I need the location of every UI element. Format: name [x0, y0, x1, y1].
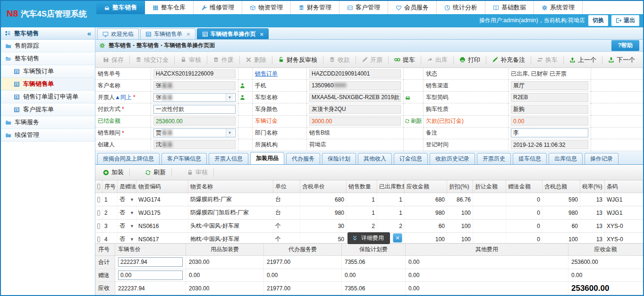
nav-tab-system[interactable]: 系统管理 [534, 1, 583, 14]
sidebar-collapse-button[interactable]: « [87, 29, 91, 37]
model-code-field[interactable]: R2EB [511, 93, 588, 102]
tab-payment-history[interactable]: 收款历史记录 [430, 153, 475, 164]
vehicle-price-total-input[interactable]: 222237.94 [118, 257, 183, 267]
model-name-field[interactable]: MXAA54L-SNXGBC-R2EB 2019款 ( [309, 93, 401, 102]
creator-field[interactable]: 沈某某 [153, 140, 236, 149]
refresh-deposit-button[interactable]: 刷新 [405, 117, 422, 125]
sidebar-item-order-cancel-request[interactable]: 销售订单退订申请单 [1, 91, 95, 103]
sale-order-field[interactable]: HAZCDD20190914001 [309, 69, 401, 78]
sidebar-item-renewal-mgmt[interactable]: 续保管理 [1, 129, 95, 142]
plus-circle-icon [103, 169, 109, 176]
doc-tab-sale-order-page[interactable]: 车辆销售单操作页× [197, 28, 269, 39]
sidebar-item-customer-pickup[interactable]: 客户提车单 [1, 103, 95, 116]
settled-amount-field[interactable]: 253600.00 [153, 117, 236, 126]
nav-tab-vehicle-sales[interactable]: 整车销售 [96, 1, 145, 14]
print-button[interactable]: 打印 [455, 53, 485, 67]
nav-tab-base-data[interactable]: 基础数据 [485, 1, 534, 14]
sidebar-item-presale-tracking[interactable]: 售前跟踪 [1, 40, 95, 52]
chevron-down-icon[interactable]: ▼ [226, 93, 233, 101]
table-row[interactable]: 2 否▼ WJG175 防爆膜四门加后档-厂家 台 980 1 1 980 10… [95, 206, 643, 220]
close-icon[interactable]: × [260, 31, 264, 37]
next-record-button[interactable]: 下一个 [603, 53, 640, 67]
add-accessory-button[interactable]: 加装 [98, 166, 128, 179]
arrears-field[interactable]: 0.00 [511, 117, 588, 126]
chevron-down-icon[interactable]: ▼ [130, 237, 134, 242]
nav-tab-membership[interactable]: 会员服务 [388, 1, 437, 14]
nav-tab-statistics[interactable]: 统计分析 [437, 1, 485, 14]
pickup-button[interactable]: 提车 [390, 53, 420, 67]
vehicle-price-gift-input[interactable]: 0.00 [118, 271, 183, 280]
tab-agency-services[interactable]: 代办服务 [286, 153, 320, 164]
logout-button[interactable]: 退出 [611, 15, 639, 26]
add-remark-button[interactable]: 补充备注 [487, 53, 530, 67]
table-row[interactable]: 1 否▼ WJG174 防爆膜前档-厂家 台 680 1 1 680 86.76… [95, 193, 643, 206]
person-lookup-icon[interactable] [239, 83, 246, 89]
sidebar-item-vehicle-service[interactable]: 车辆服务 [1, 116, 95, 129]
remark-field[interactable]: 李 [511, 128, 588, 137]
tab-invoicee-info[interactable]: 开票人信息 [209, 153, 248, 164]
finance-unaudit-button[interactable]: 财务反审核 [273, 53, 322, 67]
logo-n8: N8 [7, 8, 18, 18]
invoicee-select[interactable]: 张某某▼ [153, 93, 236, 102]
customer-name-field[interactable]: 张某某 [153, 81, 236, 90]
reg-time-field[interactable]: 2019-12-26 11:06:32 [511, 140, 588, 149]
sales-channel-field[interactable]: 展厅 [511, 81, 588, 90]
chevron-down-icon[interactable]: ▼ [226, 129, 233, 137]
tab-outbound-info[interactable]: 出库信息 [549, 153, 583, 164]
car-lookup-icon[interactable] [405, 94, 411, 101]
close-icon[interactable]: × [186, 31, 190, 37]
tab-invoice-history[interactable]: 开票历史 [477, 153, 511, 164]
nav-tab-finance[interactable]: 财务管理 [291, 1, 339, 14]
tab-operation-log[interactable]: 操作记录 [585, 153, 619, 164]
chevron-down-icon[interactable]: ▼ [130, 211, 134, 215]
tab-insurance-plan[interactable]: 保险计划 [322, 153, 356, 164]
sidebar-item-vehicle-preorder[interactable]: 车辆预订单 [1, 65, 95, 78]
chevron-down-icon[interactable]: ▼ [130, 197, 134, 202]
same-as-above-link[interactable]: ▲同上 [115, 93, 132, 101]
help-button[interactable]: ?帮助 [611, 40, 639, 51]
grid-refresh-button[interactable]: 刷新 [140, 166, 170, 179]
tab-other-income[interactable]: 其他收入 [358, 153, 392, 164]
nav-tab-vehicle-warehouse[interactable]: 整车仓库 [145, 1, 194, 14]
tab-addon-accessories[interactable]: 加装用品 [250, 152, 284, 164]
row-checkbox[interactable] [97, 223, 100, 229]
sidebar: 整车销售 « 售前跟踪 整车销售 车辆预订单 车辆销售单 销售订单退订申请单 客… [1, 27, 95, 295]
sidebar-item-vehicle-sale-order[interactable]: 车辆销售单 [1, 78, 95, 91]
phone-field[interactable]: 13509600000 [309, 81, 401, 90]
row-checkbox[interactable] [97, 197, 100, 203]
doc-tab-sale-order-list[interactable]: 车辆销售单× [140, 28, 195, 39]
table-icon [145, 31, 152, 37]
overlay-close-button[interactable]: ✕ [393, 233, 402, 243]
nav-tab-repair[interactable]: 维修管理 [194, 1, 242, 14]
sidebar-item-vehicle-sales[interactable]: 整车销售 [1, 52, 95, 65]
save-icon [103, 57, 109, 63]
masked-text: 某某 [161, 93, 173, 101]
sales-advisor-select[interactable]: 贾某某▼ [153, 128, 236, 137]
row-checkbox[interactable] [97, 237, 100, 242]
row-checkbox[interactable] [97, 210, 100, 216]
vehicle-deposit-field[interactable]: 3000.00 [309, 117, 401, 126]
tab-deposit-info[interactable]: 订金信息 [394, 153, 428, 164]
gear-icon [99, 42, 105, 49]
tab-customer-vehicle-info[interactable]: 客户车辆信息 [161, 153, 207, 164]
previous-record-button[interactable]: 上一个 [565, 53, 601, 67]
nav-tab-customers[interactable]: 客户管理 [339, 1, 388, 14]
select-all-checkbox[interactable] [97, 184, 100, 189]
tab-mortgage-plate-info[interactable]: 按揭合同及上牌信息 [97, 153, 160, 164]
chevron-down-icon[interactable]: ▼ [130, 224, 134, 228]
swap-icon [537, 57, 543, 63]
sale-no-field[interactable]: HAZCXS20191226009 [153, 69, 236, 78]
detail-fees-expander[interactable]: 详细费用 [347, 232, 390, 244]
purchase-type-field[interactable]: 新购 [511, 105, 588, 114]
switch-org-button[interactable]: 切换 [588, 15, 608, 26]
doc-tab-welcome[interactable]: 欢迎光临 [97, 28, 139, 39]
coins-icon [136, 57, 142, 63]
tab-pickup-info[interactable]: 提车信息 [513, 153, 547, 164]
purchase-type-label: 购车性质 [424, 103, 508, 115]
nav-tab-materials[interactable]: 物资管理 [242, 1, 291, 14]
person-lookup-icon[interactable] [239, 94, 246, 101]
sale-order-link[interactable]: 销售订单 [255, 70, 278, 78]
body-color-field[interactable]: 灰顶卡身2QU [309, 105, 401, 114]
pay-method-field[interactable]: 一次性付款 [153, 105, 236, 114]
table-row[interactable]: 3 否▼ NS0616 头枕-中国风-好车屋 个 30 2 2 60 100 0… [95, 220, 643, 233]
